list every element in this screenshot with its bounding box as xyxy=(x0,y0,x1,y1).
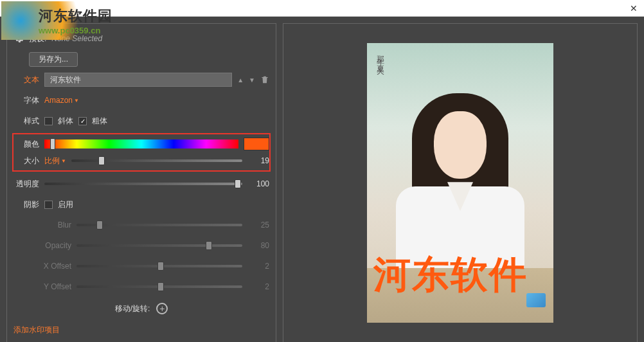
bold-label: 粗体 xyxy=(92,116,107,127)
preset-value: None Selected xyxy=(51,34,102,43)
down-icon[interactable]: ▼ xyxy=(249,76,255,84)
hue-slider[interactable] xyxy=(44,140,238,148)
size-mode-dropdown[interactable]: 比例▼ xyxy=(44,156,66,166)
preview-panel: 那年 夏天 河东软件 xyxy=(283,23,638,342)
shadow-enable-checkbox[interactable] xyxy=(44,201,53,209)
font-dropdown[interactable]: Amazon▼ xyxy=(44,96,79,105)
size-slider[interactable] xyxy=(71,159,242,162)
move-rotate-label: 移动/旋转: xyxy=(115,303,150,314)
slider-handle[interactable] xyxy=(98,156,105,165)
opacity2-value: 80 xyxy=(247,241,269,250)
italic-label: 斜体 xyxy=(58,116,73,127)
opacity2-label: Opacity xyxy=(13,241,71,250)
preview-vertical-text: 那年 夏天 xyxy=(375,50,386,64)
window-title: 编辑水印 xyxy=(13,3,44,14)
yoffset-value: 2 xyxy=(247,282,269,291)
titlebar: 编辑水印 ✕ xyxy=(0,0,644,17)
slider-handle[interactable] xyxy=(157,262,164,271)
save-as-button[interactable]: 另存为... xyxy=(29,52,78,67)
watermark-text: 河东软件 xyxy=(373,250,528,300)
slider-handle[interactable] xyxy=(206,241,212,250)
preview-image: 那年 夏天 河东软件 xyxy=(367,43,553,323)
preset-label: 预设: xyxy=(29,33,46,44)
color-label: 颜色 xyxy=(13,139,39,150)
blur-label: Blur xyxy=(13,221,71,230)
opacity-label: 透明度 xyxy=(13,179,39,190)
settings-panel: 预设: None Selected 另存为... 文本 ▲ ▼ 字体 Amazo… xyxy=(6,23,276,342)
watermark-badge-icon xyxy=(526,293,546,307)
color-swatch[interactable] xyxy=(244,138,269,150)
yoffset-slider[interactable] xyxy=(76,285,242,288)
opacity-slider[interactable] xyxy=(44,183,242,185)
slider-handle[interactable] xyxy=(96,221,103,230)
close-icon[interactable]: ✕ xyxy=(627,3,640,14)
shadow-enable-label: 启用 xyxy=(58,199,73,210)
blur-value: 25 xyxy=(247,221,269,230)
slider-handle[interactable] xyxy=(235,179,241,188)
opacity2-slider[interactable] xyxy=(76,244,242,247)
shadow-label: 阴影 xyxy=(13,199,39,210)
blur-slider[interactable] xyxy=(76,224,242,226)
font-label: 字体 xyxy=(13,95,39,106)
opacity-value: 100 xyxy=(247,179,269,188)
app-icon xyxy=(4,5,10,12)
gear-icon xyxy=(13,33,24,44)
italic-checkbox[interactable] xyxy=(44,117,53,125)
portrait xyxy=(402,93,518,260)
hue-handle[interactable] xyxy=(50,138,55,150)
add-watermark-item[interactable]: 添加水印项目 xyxy=(13,325,269,336)
text-label: 文本 xyxy=(13,75,39,86)
add-transform-icon[interactable]: + xyxy=(156,303,168,314)
size-value: 19 xyxy=(247,156,269,165)
size-label: 大小 xyxy=(13,156,39,166)
trash-icon[interactable] xyxy=(260,75,269,84)
up-icon[interactable]: ▲ xyxy=(237,76,244,84)
slider-handle[interactable] xyxy=(157,282,164,291)
xoffset-label: X Offset xyxy=(13,262,71,271)
bold-checkbox[interactable]: ✓ xyxy=(78,117,87,125)
style-label: 样式 xyxy=(13,116,39,127)
text-input[interactable] xyxy=(44,73,232,87)
xoffset-value: 2 xyxy=(247,262,269,271)
chevron-down-icon: ▼ xyxy=(74,98,79,104)
yoffset-label: Y Offset xyxy=(13,282,71,291)
chevron-down-icon: ▼ xyxy=(61,158,66,164)
xoffset-slider[interactable] xyxy=(76,265,242,267)
